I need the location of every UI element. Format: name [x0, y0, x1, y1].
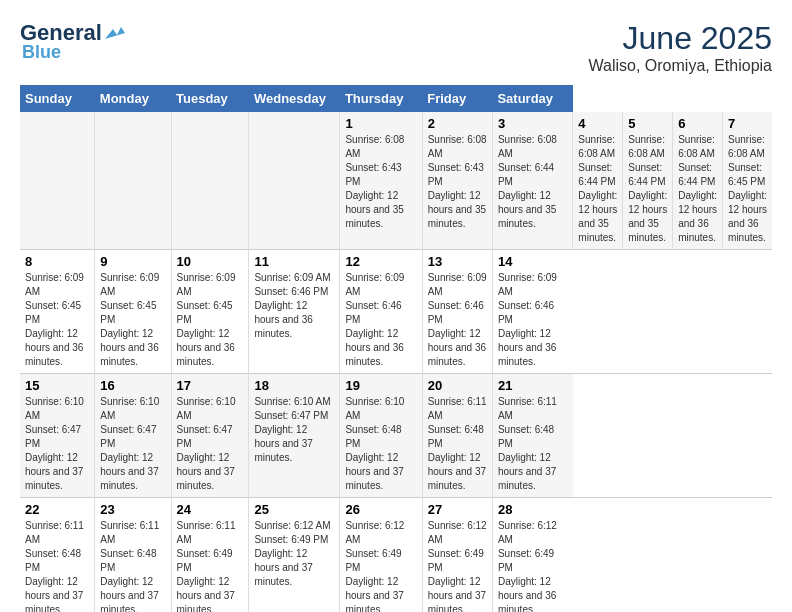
day-info: Sunrise: 6:10 AMSunset: 6:48 PMDaylight:…	[345, 395, 416, 493]
day-info: Sunrise: 6:10 AMSunset: 6:47 PMDaylight:…	[100, 395, 165, 493]
calendar-cell: 16Sunrise: 6:10 AMSunset: 6:47 PMDayligh…	[95, 374, 171, 498]
calendar-cell: 22Sunrise: 6:11 AMSunset: 6:48 PMDayligh…	[20, 498, 95, 613]
header: General Blue June 2025 Waliso, Oromiya, …	[20, 20, 772, 75]
day-info: Sunrise: 6:08 AMSunset: 6:43 PMDaylight:…	[428, 133, 487, 231]
calendar-cell: 1Sunrise: 6:08 AMSunset: 6:43 PMDaylight…	[340, 112, 422, 250]
calendar-week-row: 1Sunrise: 6:08 AMSunset: 6:43 PMDaylight…	[20, 112, 772, 250]
calendar-cell: 18Sunrise: 6:10 AMSunset: 6:47 PMDayligh…	[249, 374, 340, 498]
day-number: 22	[25, 502, 89, 517]
day-number: 15	[25, 378, 89, 393]
title-area: June 2025 Waliso, Oromiya, Ethiopia	[589, 20, 772, 75]
day-number: 14	[498, 254, 568, 269]
calendar-week-row: 15Sunrise: 6:10 AMSunset: 6:47 PMDayligh…	[20, 374, 772, 498]
day-info: Sunrise: 6:10 AMSunset: 6:47 PMDaylight:…	[254, 395, 334, 465]
header-sunday: Sunday	[20, 85, 95, 112]
day-number: 28	[498, 502, 568, 517]
calendar-cell: 12Sunrise: 6:09 AMSunset: 6:46 PMDayligh…	[340, 250, 422, 374]
day-number: 4	[578, 116, 617, 131]
day-number: 16	[100, 378, 165, 393]
header-monday: Monday	[95, 85, 171, 112]
logo-blue: Blue	[22, 42, 61, 63]
day-info: Sunrise: 6:10 AMSunset: 6:47 PMDaylight:…	[177, 395, 244, 493]
svg-marker-0	[105, 27, 125, 39]
calendar-cell: 23Sunrise: 6:11 AMSunset: 6:48 PMDayligh…	[95, 498, 171, 613]
calendar-cell: 17Sunrise: 6:10 AMSunset: 6:47 PMDayligh…	[171, 374, 249, 498]
day-info: Sunrise: 6:08 AMSunset: 6:44 PMDaylight:…	[578, 133, 617, 245]
calendar-cell	[20, 112, 95, 250]
day-number: 9	[100, 254, 165, 269]
header-wednesday: Wednesday	[249, 85, 340, 112]
day-number: 27	[428, 502, 487, 517]
day-info: Sunrise: 6:11 AMSunset: 6:48 PMDaylight:…	[498, 395, 568, 493]
weekday-header-row: Sunday Monday Tuesday Wednesday Thursday…	[20, 85, 772, 112]
day-number: 24	[177, 502, 244, 517]
calendar-cell: 7Sunrise: 6:08 AMSunset: 6:45 PMDaylight…	[723, 112, 772, 250]
day-info: Sunrise: 6:09 AMSunset: 6:46 PMDaylight:…	[254, 271, 334, 341]
calendar-cell: 2Sunrise: 6:08 AMSunset: 6:43 PMDaylight…	[422, 112, 492, 250]
day-number: 13	[428, 254, 487, 269]
day-number: 20	[428, 378, 487, 393]
day-info: Sunrise: 6:12 AMSunset: 6:49 PMDaylight:…	[498, 519, 568, 612]
day-info: Sunrise: 6:11 AMSunset: 6:48 PMDaylight:…	[25, 519, 89, 612]
calendar-cell: 14Sunrise: 6:09 AMSunset: 6:46 PMDayligh…	[492, 250, 572, 374]
day-info: Sunrise: 6:09 AMSunset: 6:45 PMDaylight:…	[177, 271, 244, 369]
day-info: Sunrise: 6:12 AMSunset: 6:49 PMDaylight:…	[345, 519, 416, 612]
day-number: 26	[345, 502, 416, 517]
day-info: Sunrise: 6:08 AMSunset: 6:45 PMDaylight:…	[728, 133, 767, 245]
calendar-cell: 11Sunrise: 6:09 AMSunset: 6:46 PMDayligh…	[249, 250, 340, 374]
day-info: Sunrise: 6:10 AMSunset: 6:47 PMDaylight:…	[25, 395, 89, 493]
calendar-cell: 4Sunrise: 6:08 AMSunset: 6:44 PMDaylight…	[573, 112, 623, 250]
day-info: Sunrise: 6:09 AMSunset: 6:46 PMDaylight:…	[345, 271, 416, 369]
day-info: Sunrise: 6:09 AMSunset: 6:45 PMDaylight:…	[25, 271, 89, 369]
calendar-week-row: 22Sunrise: 6:11 AMSunset: 6:48 PMDayligh…	[20, 498, 772, 613]
calendar-cell	[249, 112, 340, 250]
logo: General Blue	[20, 20, 126, 63]
calendar-cell: 8Sunrise: 6:09 AMSunset: 6:45 PMDaylight…	[20, 250, 95, 374]
day-info: Sunrise: 6:12 AMSunset: 6:49 PMDaylight:…	[428, 519, 487, 612]
calendar-cell: 3Sunrise: 6:08 AMSunset: 6:44 PMDaylight…	[492, 112, 572, 250]
day-number: 3	[498, 116, 567, 131]
day-info: Sunrise: 6:09 AMSunset: 6:46 PMDaylight:…	[498, 271, 568, 369]
header-saturday: Saturday	[492, 85, 572, 112]
day-info: Sunrise: 6:12 AMSunset: 6:49 PMDaylight:…	[254, 519, 334, 589]
calendar-cell: 21Sunrise: 6:11 AMSunset: 6:48 PMDayligh…	[492, 374, 572, 498]
day-number: 11	[254, 254, 334, 269]
calendar-cell	[95, 112, 171, 250]
day-number: 18	[254, 378, 334, 393]
calendar-cell: 13Sunrise: 6:09 AMSunset: 6:46 PMDayligh…	[422, 250, 492, 374]
day-info: Sunrise: 6:11 AMSunset: 6:48 PMDaylight:…	[100, 519, 165, 612]
calendar-cell: 19Sunrise: 6:10 AMSunset: 6:48 PMDayligh…	[340, 374, 422, 498]
day-number: 8	[25, 254, 89, 269]
day-info: Sunrise: 6:09 AMSunset: 6:45 PMDaylight:…	[100, 271, 165, 369]
month-title: June 2025	[589, 20, 772, 57]
logo-bird-icon	[103, 25, 125, 41]
day-info: Sunrise: 6:11 AMSunset: 6:49 PMDaylight:…	[177, 519, 244, 612]
day-number: 21	[498, 378, 568, 393]
calendar-cell: 10Sunrise: 6:09 AMSunset: 6:45 PMDayligh…	[171, 250, 249, 374]
calendar-cell: 28Sunrise: 6:12 AMSunset: 6:49 PMDayligh…	[492, 498, 572, 613]
calendar-cell: 25Sunrise: 6:12 AMSunset: 6:49 PMDayligh…	[249, 498, 340, 613]
calendar-cell: 5Sunrise: 6:08 AMSunset: 6:44 PMDaylight…	[623, 112, 673, 250]
day-number: 19	[345, 378, 416, 393]
calendar-cell: 26Sunrise: 6:12 AMSunset: 6:49 PMDayligh…	[340, 498, 422, 613]
day-number: 1	[345, 116, 416, 131]
calendar-week-row: 8Sunrise: 6:09 AMSunset: 6:45 PMDaylight…	[20, 250, 772, 374]
header-tuesday: Tuesday	[171, 85, 249, 112]
day-info: Sunrise: 6:08 AMSunset: 6:44 PMDaylight:…	[678, 133, 717, 245]
day-info: Sunrise: 6:08 AMSunset: 6:44 PMDaylight:…	[498, 133, 567, 231]
day-number: 6	[678, 116, 717, 131]
calendar-body: 1Sunrise: 6:08 AMSunset: 6:43 PMDaylight…	[20, 112, 772, 612]
calendar-cell: 20Sunrise: 6:11 AMSunset: 6:48 PMDayligh…	[422, 374, 492, 498]
calendar-cell: 27Sunrise: 6:12 AMSunset: 6:49 PMDayligh…	[422, 498, 492, 613]
day-number: 25	[254, 502, 334, 517]
calendar-cell: 9Sunrise: 6:09 AMSunset: 6:45 PMDaylight…	[95, 250, 171, 374]
day-number: 17	[177, 378, 244, 393]
day-number: 2	[428, 116, 487, 131]
calendar-cell: 24Sunrise: 6:11 AMSunset: 6:49 PMDayligh…	[171, 498, 249, 613]
calendar-table: Sunday Monday Tuesday Wednesday Thursday…	[20, 85, 772, 612]
day-number: 12	[345, 254, 416, 269]
header-friday: Friday	[422, 85, 492, 112]
calendar-header: Sunday Monday Tuesday Wednesday Thursday…	[20, 85, 772, 112]
header-thursday: Thursday	[340, 85, 422, 112]
day-info: Sunrise: 6:09 AMSunset: 6:46 PMDaylight:…	[428, 271, 487, 369]
